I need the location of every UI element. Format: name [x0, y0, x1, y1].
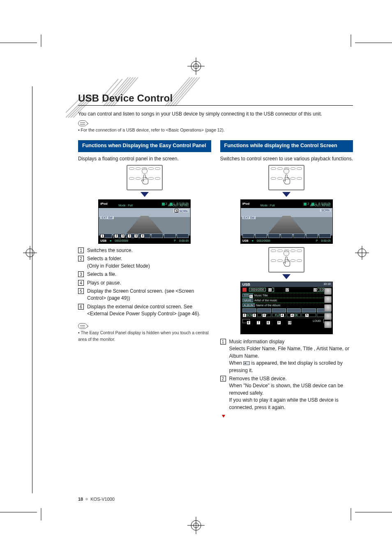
- bottom-time: 0:00:05: [321, 239, 330, 242]
- device-illustration: [268, 247, 304, 273]
- bottom-source: USB: [100, 239, 106, 242]
- info-line: Music Title: [254, 294, 331, 297]
- registration-mark-bottom: [187, 517, 205, 535]
- track-counter: 0004/0006: [249, 288, 266, 291]
- registration-mark-left: [23, 246, 37, 261]
- hand-icon: [283, 256, 292, 267]
- usb-title: USB: [242, 282, 250, 287]
- right-panel-intro: Switches to control screen to use variou…: [220, 155, 353, 162]
- bottom-time: 0:00:05: [179, 239, 189, 242]
- note-block: [78, 120, 353, 126]
- model-number: KOS-V1000: [90, 497, 115, 502]
- scroll-icon: [243, 361, 250, 365]
- legend-subtext: (Only in Folder Select Mode): [87, 263, 211, 270]
- scrn-button: SCRN: [320, 209, 331, 212]
- left-column: Functions when Displaying the Easy Contr…: [78, 140, 211, 418]
- legend-text: Removes the USB device.: [229, 376, 287, 382]
- arrow-down-icon: [282, 192, 291, 197]
- page-number: 18: [78, 497, 83, 502]
- legend-text: Display the Screen Control screen. (see …: [87, 288, 194, 301]
- printer-left-rule: [32, 86, 32, 493]
- avout-label: AV-OUT: AV-IN1: [310, 204, 331, 207]
- screenshot-callouts: 1 2 3 3 3 4: [100, 234, 189, 238]
- crop-mark-top-left: [0, 35, 49, 51]
- registration-mark-right: [355, 246, 369, 261]
- section-lead: You can control and listen to songs in y…: [78, 111, 353, 118]
- left-panel-heading: Functions when Displaying the Easy Contr…: [78, 140, 211, 152]
- bottom-source: USB: [242, 239, 249, 242]
- avout-label: AV-OUT: AV-IN1: [168, 204, 189, 207]
- legend-subtext: When "No Device" is shown, the USB devic…: [229, 382, 353, 397]
- extsw-button: EXT SW: [100, 216, 114, 219]
- arrow-down-icon: [282, 274, 291, 279]
- legend-text: Switches the source.: [87, 247, 133, 253]
- arrow-down-icon: [141, 192, 149, 197]
- mode-label: Mode : Full: [118, 204, 133, 207]
- crop-mark-bottom-left: [0, 504, 49, 520]
- usb-control-screenshot: USB 10:10 0004/0006 P 0:00:05 TITLEMusic…: [240, 282, 333, 334]
- continued-arrow-icon: [222, 415, 225, 418]
- crop-mark-bottom-right: [343, 504, 392, 520]
- right-panel-heading: Functions while displaying the Control S…: [220, 140, 353, 152]
- note-block: [78, 323, 211, 329]
- legend-text: Selects a folder.: [87, 256, 122, 261]
- hand-icon: [141, 174, 150, 185]
- connection-note: For the connection of a USB device, refe…: [78, 127, 353, 134]
- note-icon: [78, 120, 87, 126]
- source-label: iPod: [100, 202, 107, 206]
- legend-text: Music information display: [229, 339, 285, 345]
- right-column: Functions while displaying the Control S…: [220, 140, 353, 418]
- bottom-play: P: [174, 239, 176, 242]
- bottom-track: 0002/0006: [115, 239, 128, 242]
- legend-subtext: When is appeared, the text display is sc…: [229, 360, 353, 374]
- extsw-button: EXT SW: [242, 216, 256, 219]
- legend-text: Displays the external device control scr…: [87, 304, 200, 317]
- info-line: Artist of the music: [254, 299, 331, 302]
- page-content: USB Device Control You can control and l…: [78, 92, 353, 487]
- control-screen-screenshot: iPod 2 1 P 0:00:05 Mode : Full AV-OUT: A…: [240, 199, 333, 244]
- note-icon: [78, 323, 87, 329]
- device-illustration: [127, 165, 163, 190]
- crop-mark-top-right: [343, 35, 392, 51]
- scrn-button: 5SCRN: [173, 209, 189, 213]
- left-panel-intro: Displays a floating control panel in the…: [78, 155, 211, 162]
- easy-panel-screenshot: iPod 2 1 P 0:00:05 Mode : Full AV-OUT: A…: [98, 199, 191, 244]
- legend-text: Plays or pause.: [87, 280, 121, 286]
- bottom-track: 0002/0006: [257, 239, 270, 242]
- page-footer: 18 KOS-V1000: [78, 497, 115, 502]
- legend-subtext: Selects Folder Name, File Name, TItle , …: [229, 345, 353, 360]
- bottom-play: P: [316, 239, 318, 242]
- section-heading: USB Device Control: [78, 92, 353, 106]
- easy-panel-legend: 1Switches the source. 2Selects a folder.…: [78, 247, 211, 319]
- clock: 10:10: [323, 282, 331, 285]
- footer-dot-icon: [85, 498, 88, 500]
- info-line: Name of the Album: [256, 304, 331, 307]
- loud-label: LOUD: [313, 319, 321, 322]
- legend-text: Selects a file.: [87, 271, 116, 277]
- device-illustration: [268, 165, 304, 190]
- mode-label: Mode : Full: [261, 204, 275, 207]
- hand-icon: [283, 174, 292, 185]
- registration-mark-top: [187, 58, 205, 76]
- control-screen-legend: 1 Music information display Selects Fold…: [220, 338, 353, 412]
- source-label: iPod: [242, 202, 249, 206]
- easy-panel-footnote: The Easy Control Panel display is hidden…: [78, 330, 211, 343]
- legend-subtext: If you wish to play it again while the U…: [229, 397, 353, 411]
